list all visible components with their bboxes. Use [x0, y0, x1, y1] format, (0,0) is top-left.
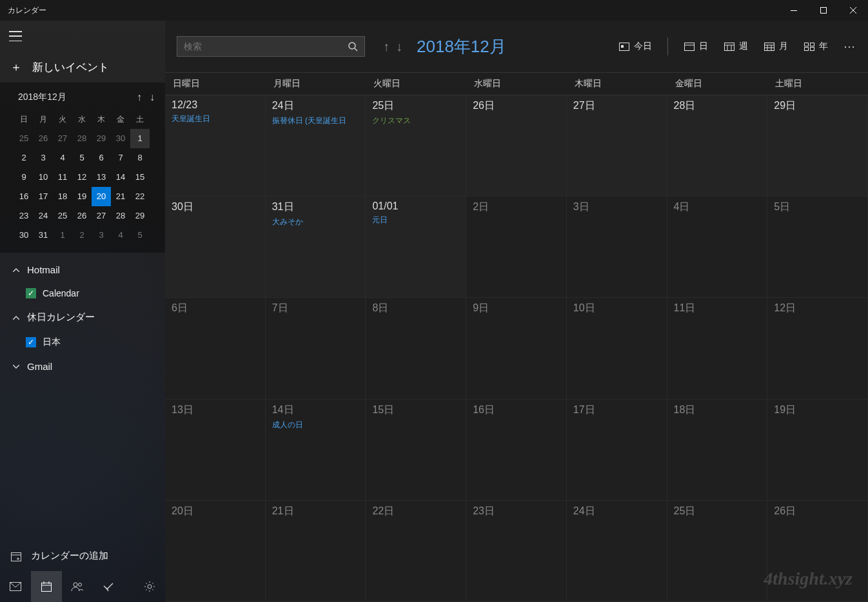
- mini-day-cell[interactable]: 24: [34, 206, 53, 226]
- day-cell[interactable]: 4日: [667, 197, 768, 298]
- mini-day-cell[interactable]: 11: [53, 168, 72, 187]
- calendar-event[interactable]: 元日: [372, 215, 459, 226]
- day-cell[interactable]: 16日: [466, 400, 567, 501]
- today-button[interactable]: 今日: [618, 41, 652, 52]
- mini-day-cell[interactable]: 29: [92, 129, 111, 148]
- mini-day-cell[interactable]: 16: [14, 187, 34, 206]
- account-group-header[interactable]: Gmail: [10, 354, 155, 378]
- day-cell[interactable]: 20日: [165, 501, 266, 602]
- day-cell[interactable]: 14日成人の日: [266, 400, 366, 501]
- mini-next-button[interactable]: ↓: [150, 92, 155, 103]
- mini-day-cell[interactable]: 30: [111, 129, 130, 148]
- mini-day-cell[interactable]: 4: [111, 226, 130, 245]
- day-cell[interactable]: 6日: [165, 298, 266, 399]
- year-view-button[interactable]: 年: [804, 41, 828, 52]
- people-button[interactable]: [62, 571, 93, 602]
- day-cell[interactable]: 18日: [667, 400, 768, 501]
- minimize-button[interactable]: [779, 0, 809, 21]
- mini-day-cell[interactable]: 6: [92, 148, 111, 168]
- day-cell[interactable]: 12日: [767, 298, 868, 399]
- mini-prev-button[interactable]: ↑: [137, 92, 142, 103]
- day-cell[interactable]: 3日: [567, 197, 667, 298]
- mini-day-cell[interactable]: 25: [53, 206, 72, 226]
- day-cell[interactable]: 27日: [567, 95, 667, 197]
- calendar-item[interactable]: ✓Calendar: [10, 282, 155, 305]
- mini-day-cell[interactable]: 26: [34, 129, 53, 148]
- day-cell[interactable]: 5日: [767, 197, 868, 298]
- mini-day-cell[interactable]: 27: [92, 206, 111, 226]
- calendar-event[interactable]: 振替休日 (天皇誕生日: [272, 115, 359, 126]
- mini-day-cell[interactable]: 30: [14, 226, 34, 245]
- mini-day-cell[interactable]: 3: [34, 148, 53, 168]
- next-period-button[interactable]: ↓: [396, 39, 402, 54]
- day-cell[interactable]: 9日: [466, 298, 567, 399]
- account-group-header[interactable]: 休日カレンダー: [10, 305, 155, 330]
- search-icon[interactable]: [348, 41, 358, 52]
- close-button[interactable]: [838, 0, 868, 21]
- day-cell[interactable]: 17日: [567, 400, 667, 501]
- mini-day-cell[interactable]: 10: [34, 168, 53, 187]
- mini-day-cell[interactable]: 21: [111, 187, 130, 206]
- mini-day-cell[interactable]: 15: [130, 168, 150, 187]
- mini-day-cell[interactable]: 23: [14, 206, 34, 226]
- mini-day-cell[interactable]: 5: [130, 226, 150, 245]
- account-group-header[interactable]: Hotmail: [10, 258, 155, 282]
- day-cell[interactable]: 7日: [266, 298, 366, 399]
- add-calendars-button[interactable]: カレンダーの追加: [0, 541, 165, 571]
- day-cell[interactable]: 26日: [466, 95, 567, 197]
- mini-day-cell[interactable]: 3: [92, 226, 111, 245]
- day-cell[interactable]: 12/23天皇誕生日: [165, 95, 266, 197]
- mini-day-cell[interactable]: 13: [92, 168, 111, 187]
- mini-day-cell[interactable]: 14: [111, 168, 130, 187]
- mini-day-cell[interactable]: 25: [14, 129, 34, 148]
- mini-day-cell[interactable]: 5: [72, 148, 92, 168]
- mini-day-cell[interactable]: 28: [72, 129, 92, 148]
- mini-day-cell[interactable]: 1: [130, 129, 150, 148]
- mini-day-cell[interactable]: 18: [53, 187, 72, 206]
- mini-day-cell[interactable]: 28: [111, 206, 130, 226]
- mini-day-cell[interactable]: 1: [53, 226, 72, 245]
- day-cell[interactable]: 25日クリスマス: [366, 95, 466, 197]
- day-cell[interactable]: 11日: [667, 298, 768, 399]
- mini-day-cell[interactable]: 22: [130, 187, 150, 206]
- mini-day-cell[interactable]: 4: [53, 148, 72, 168]
- mini-day-cell[interactable]: 20: [92, 187, 111, 206]
- settings-button[interactable]: [134, 571, 165, 602]
- search-box[interactable]: [177, 36, 365, 57]
- mini-day-cell[interactable]: 12: [72, 168, 92, 187]
- mini-day-cell[interactable]: 19: [72, 187, 92, 206]
- mini-day-cell[interactable]: 17: [34, 187, 53, 206]
- calendar-event[interactable]: クリスマス: [372, 115, 459, 126]
- hamburger-button[interactable]: [9, 31, 22, 41]
- mini-day-cell[interactable]: 7: [111, 148, 130, 168]
- day-cell[interactable]: 23日: [466, 501, 567, 602]
- day-cell[interactable]: 01/01元日: [366, 197, 466, 298]
- calendar-checkbox[interactable]: ✓: [26, 337, 36, 347]
- mail-button[interactable]: [0, 571, 31, 602]
- more-button[interactable]: ⋯: [843, 39, 856, 53]
- day-cell[interactable]: 25日: [667, 501, 768, 602]
- maximize-button[interactable]: [809, 0, 838, 21]
- day-cell[interactable]: 15日: [366, 400, 466, 501]
- search-input[interactable]: [184, 41, 348, 52]
- day-cell[interactable]: 24日: [567, 501, 667, 602]
- calendar-button[interactable]: [31, 571, 62, 602]
- mini-day-cell[interactable]: 9: [14, 168, 34, 187]
- day-cell[interactable]: 21日: [266, 501, 366, 602]
- day-cell[interactable]: 22日: [366, 501, 466, 602]
- todo-button[interactable]: [93, 571, 124, 602]
- day-cell[interactable]: 30日: [165, 197, 266, 298]
- calendar-checkbox[interactable]: ✓: [26, 288, 36, 298]
- prev-period-button[interactable]: ↑: [383, 39, 390, 54]
- mini-day-cell[interactable]: 29: [130, 206, 150, 226]
- week-view-button[interactable]: 週: [724, 41, 748, 52]
- mini-day-cell[interactable]: 26: [72, 206, 92, 226]
- day-view-button[interactable]: 日: [684, 41, 708, 52]
- mini-day-cell[interactable]: 2: [72, 226, 92, 245]
- mini-day-cell[interactable]: 27: [53, 129, 72, 148]
- calendar-event[interactable]: 大みそか: [272, 217, 359, 228]
- day-cell[interactable]: 19日: [767, 400, 868, 501]
- day-cell[interactable]: 2日: [466, 197, 567, 298]
- mini-day-cell[interactable]: 8: [130, 148, 150, 168]
- day-cell[interactable]: 29日: [767, 95, 868, 197]
